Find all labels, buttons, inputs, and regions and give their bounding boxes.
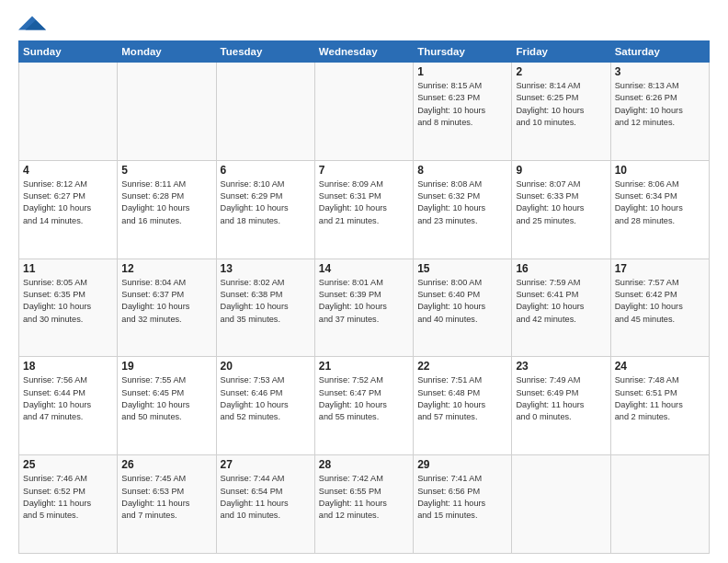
day-number: 17 — [615, 262, 705, 275]
calendar-cell: 13Sunrise: 8:02 AMSunset: 6:38 PMDayligh… — [216, 259, 314, 357]
day-number: 29 — [417, 458, 507, 471]
day-info: Sunrise: 7:45 AMSunset: 6:53 PMDaylight:… — [121, 473, 211, 522]
day-number: 24 — [615, 360, 705, 373]
day-info: Sunrise: 8:05 AMSunset: 6:35 PMDaylight:… — [23, 277, 113, 326]
day-number: 9 — [516, 164, 606, 177]
week-row-0: 1Sunrise: 8:15 AMSunset: 6:23 PMDaylight… — [19, 63, 710, 161]
day-number: 26 — [121, 458, 211, 471]
header-day-friday: Friday — [512, 41, 610, 63]
day-number: 2 — [516, 65, 606, 78]
logo-icon — [18, 15, 46, 31]
week-row-4: 25Sunrise: 7:46 AMSunset: 6:52 PMDayligh… — [19, 455, 710, 554]
day-number: 4 — [23, 164, 113, 177]
calendar-cell — [314, 63, 413, 161]
calendar-cell: 17Sunrise: 7:57 AMSunset: 6:42 PMDayligh… — [610, 259, 709, 357]
day-info: Sunrise: 8:00 AMSunset: 6:40 PMDaylight:… — [417, 277, 507, 326]
calendar-cell: 14Sunrise: 8:01 AMSunset: 6:39 PMDayligh… — [314, 259, 413, 357]
day-info: Sunrise: 7:46 AMSunset: 6:52 PMDaylight:… — [23, 473, 113, 522]
day-info: Sunrise: 7:41 AMSunset: 6:56 PMDaylight:… — [417, 473, 507, 522]
day-info: Sunrise: 8:02 AMSunset: 6:38 PMDaylight:… — [221, 277, 311, 326]
day-number: 27 — [221, 458, 311, 471]
calendar-cell: 19Sunrise: 7:55 AMSunset: 6:45 PMDayligh… — [118, 357, 216, 455]
calendar-cell: 16Sunrise: 7:59 AMSunset: 6:41 PMDayligh… — [512, 259, 610, 357]
calendar-table: SundayMondayTuesdayWednesdayThursdayFrid… — [18, 40, 710, 554]
calendar-cell: 7Sunrise: 8:09 AMSunset: 6:31 PMDaylight… — [314, 160, 413, 259]
calendar-cell: 8Sunrise: 8:08 AMSunset: 6:32 PMDaylight… — [414, 160, 512, 259]
day-info: Sunrise: 7:49 AMSunset: 6:49 PMDaylight:… — [516, 374, 606, 423]
header-day-tuesday: Tuesday — [216, 41, 314, 63]
day-info: Sunrise: 8:06 AMSunset: 6:34 PMDaylight:… — [615, 178, 705, 227]
calendar-cell: 1Sunrise: 8:15 AMSunset: 6:23 PMDaylight… — [414, 63, 512, 161]
calendar-cell: 9Sunrise: 8:07 AMSunset: 6:33 PMDaylight… — [512, 160, 610, 259]
day-info: Sunrise: 7:48 AMSunset: 6:51 PMDaylight:… — [615, 374, 705, 423]
day-info: Sunrise: 8:08 AMSunset: 6:32 PMDaylight:… — [417, 178, 507, 227]
calendar-cell: 6Sunrise: 8:10 AMSunset: 6:29 PMDaylight… — [216, 160, 314, 259]
calendar-cell: 22Sunrise: 7:51 AMSunset: 6:48 PMDayligh… — [414, 357, 512, 455]
calendar-cell: 11Sunrise: 8:05 AMSunset: 6:35 PMDayligh… — [19, 259, 118, 357]
calendar-cell — [610, 455, 709, 554]
calendar-cell: 2Sunrise: 8:14 AMSunset: 6:25 PMDaylight… — [512, 63, 610, 161]
day-info: Sunrise: 8:01 AMSunset: 6:39 PMDaylight:… — [319, 277, 409, 326]
day-number: 1 — [417, 65, 507, 78]
day-number: 11 — [23, 262, 113, 275]
day-number: 3 — [615, 65, 705, 78]
calendar-cell: 24Sunrise: 7:48 AMSunset: 6:51 PMDayligh… — [610, 357, 709, 455]
day-info: Sunrise: 7:51 AMSunset: 6:48 PMDaylight:… — [417, 374, 507, 423]
calendar-cell — [512, 455, 610, 554]
day-number: 6 — [221, 164, 311, 177]
week-row-3: 18Sunrise: 7:56 AMSunset: 6:44 PMDayligh… — [19, 357, 710, 455]
day-number: 10 — [615, 164, 705, 177]
header-day-monday: Monday — [118, 41, 216, 63]
day-number: 12 — [121, 262, 211, 275]
day-number: 8 — [417, 164, 507, 177]
calendar-cell: 4Sunrise: 8:12 AMSunset: 6:27 PMDaylight… — [19, 160, 118, 259]
header — [18, 15, 710, 31]
day-info: Sunrise: 7:53 AMSunset: 6:46 PMDaylight:… — [221, 374, 311, 423]
calendar-cell — [19, 63, 118, 161]
calendar-cell: 23Sunrise: 7:49 AMSunset: 6:49 PMDayligh… — [512, 357, 610, 455]
calendar-cell: 18Sunrise: 7:56 AMSunset: 6:44 PMDayligh… — [19, 357, 118, 455]
day-info: Sunrise: 8:11 AMSunset: 6:28 PMDaylight:… — [121, 178, 211, 227]
day-number: 23 — [516, 360, 606, 373]
day-number: 22 — [417, 360, 507, 373]
day-info: Sunrise: 8:15 AMSunset: 6:23 PMDaylight:… — [417, 80, 507, 129]
header-day-wednesday: Wednesday — [314, 41, 413, 63]
calendar-cell: 26Sunrise: 7:45 AMSunset: 6:53 PMDayligh… — [118, 455, 216, 554]
day-info: Sunrise: 8:12 AMSunset: 6:27 PMDaylight:… — [23, 178, 113, 227]
calendar-cell: 21Sunrise: 7:52 AMSunset: 6:47 PMDayligh… — [314, 357, 413, 455]
week-row-1: 4Sunrise: 8:12 AMSunset: 6:27 PMDaylight… — [19, 160, 710, 259]
day-info: Sunrise: 8:13 AMSunset: 6:26 PMDaylight:… — [615, 80, 705, 129]
day-number: 14 — [319, 262, 409, 275]
calendar-cell: 5Sunrise: 8:11 AMSunset: 6:28 PMDaylight… — [118, 160, 216, 259]
header-day-thursday: Thursday — [414, 41, 512, 63]
header-day-saturday: Saturday — [610, 41, 709, 63]
day-number: 7 — [319, 164, 409, 177]
day-number: 25 — [23, 458, 113, 471]
day-number: 13 — [221, 262, 311, 275]
day-info: Sunrise: 7:55 AMSunset: 6:45 PMDaylight:… — [121, 374, 211, 423]
day-number: 19 — [121, 360, 211, 373]
calendar-cell: 27Sunrise: 7:44 AMSunset: 6:54 PMDayligh… — [216, 455, 314, 554]
day-number: 15 — [417, 262, 507, 275]
logo — [18, 15, 50, 31]
calendar-cell: 28Sunrise: 7:42 AMSunset: 6:55 PMDayligh… — [314, 455, 413, 554]
day-info: Sunrise: 7:42 AMSunset: 6:55 PMDaylight:… — [319, 473, 409, 522]
day-info: Sunrise: 8:04 AMSunset: 6:37 PMDaylight:… — [121, 277, 211, 326]
day-info: Sunrise: 7:44 AMSunset: 6:54 PMDaylight:… — [221, 473, 311, 522]
day-number: 16 — [516, 262, 606, 275]
day-info: Sunrise: 8:10 AMSunset: 6:29 PMDaylight:… — [221, 178, 311, 227]
day-number: 18 — [23, 360, 113, 373]
day-number: 5 — [121, 164, 211, 177]
header-day-sunday: Sunday — [19, 41, 118, 63]
day-info: Sunrise: 7:59 AMSunset: 6:41 PMDaylight:… — [516, 277, 606, 326]
calendar-cell: 20Sunrise: 7:53 AMSunset: 6:46 PMDayligh… — [216, 357, 314, 455]
day-number: 28 — [319, 458, 409, 471]
calendar-cell: 12Sunrise: 8:04 AMSunset: 6:37 PMDayligh… — [118, 259, 216, 357]
calendar-cell — [118, 63, 216, 161]
day-info: Sunrise: 8:14 AMSunset: 6:25 PMDaylight:… — [516, 80, 606, 129]
day-info: Sunrise: 7:52 AMSunset: 6:47 PMDaylight:… — [319, 374, 409, 423]
calendar-cell: 3Sunrise: 8:13 AMSunset: 6:26 PMDaylight… — [610, 63, 709, 161]
calendar-cell — [216, 63, 314, 161]
week-row-2: 11Sunrise: 8:05 AMSunset: 6:35 PMDayligh… — [19, 259, 710, 357]
day-number: 21 — [319, 360, 409, 373]
